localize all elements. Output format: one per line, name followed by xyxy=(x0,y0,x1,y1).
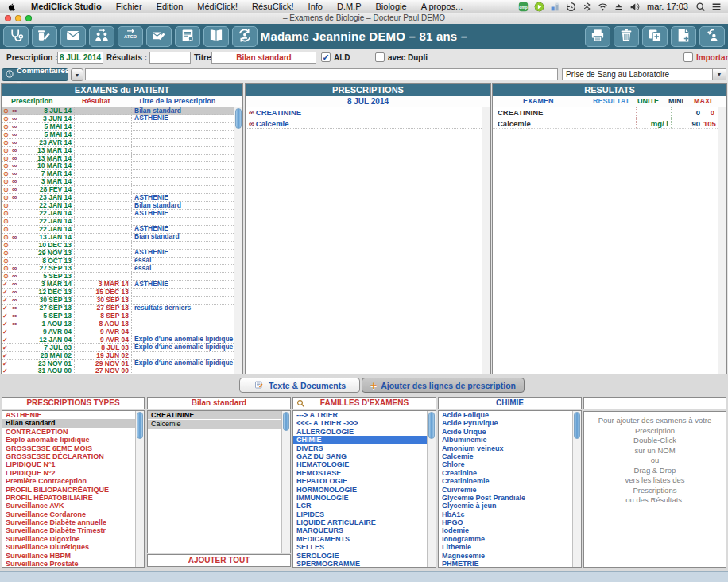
list-item[interactable]: Surveillance HBPM xyxy=(2,552,135,560)
list-item[interactable]: CHIMIE xyxy=(293,436,427,444)
table-row[interactable]: ⊙22 JAN 14 xyxy=(2,218,234,226)
list-item[interactable]: Ionogramme xyxy=(439,535,572,543)
col-titre[interactable]: Titre de la Prescription xyxy=(138,96,215,107)
list-item[interactable]: MEDICAMENTS xyxy=(293,535,427,543)
list-item[interactable]: GROSSESSE DÉCLARATION xyxy=(2,452,135,460)
list-item[interactable]: Albuminemie xyxy=(439,436,572,444)
table-row[interactable]: ⊙∞27 SEP 13essai xyxy=(2,265,234,273)
list-item[interactable]: Magnesemie xyxy=(439,552,572,560)
list-item[interactable]: Surveillance Digoxine xyxy=(2,535,135,543)
menu-item-biologie[interactable]: Biologie xyxy=(369,2,414,11)
list-item[interactable]: ---> A TRIER xyxy=(293,411,427,419)
chimie-scrollbar[interactable] xyxy=(572,411,581,567)
list-item[interactable]: Creatininemie xyxy=(439,477,572,485)
list-item[interactable]: DIVERS xyxy=(293,444,427,452)
prescriptions-scrollbar[interactable] xyxy=(482,107,490,374)
list-item[interactable]: GROSSESSE 6EME MOIS xyxy=(2,444,135,452)
list-item[interactable]: Glycemie à jeun xyxy=(439,502,572,510)
table-row[interactable]: ⊙∞23 JAN 14ASTHENIE xyxy=(2,194,234,202)
apple-menu-icon[interactable] xyxy=(7,2,16,12)
titre-field[interactable]: Bilan standard xyxy=(211,52,316,64)
list-item[interactable]: HPGO xyxy=(439,518,572,526)
list-item[interactable]: Glycemie Post Prandiale xyxy=(439,494,572,502)
list-item[interactable]: PHMETRIE xyxy=(439,560,572,568)
print-button[interactable] xyxy=(585,26,610,47)
prescription-date-field[interactable]: 8 JUL 2014 xyxy=(57,52,103,64)
list-item[interactable]: GAZ DU SANG xyxy=(293,452,427,460)
list-item[interactable]: Chlore xyxy=(439,460,572,468)
magnifier-icon[interactable] xyxy=(296,399,305,411)
list-item[interactable]: Surveillance Diabète Trimestr xyxy=(2,526,135,534)
examens-scrollbar[interactable] xyxy=(234,107,242,374)
list-item[interactable]: CONTRACEPTION xyxy=(2,428,135,436)
list-item[interactable]: SEROLOGIE xyxy=(293,552,427,560)
menubar-clock[interactable]: mar. 17:03 xyxy=(645,2,690,11)
col-unite[interactable]: UNITE xyxy=(637,96,659,107)
resultats-date-field[interactable] xyxy=(149,52,191,64)
list-item[interactable]: HEMATOLOGIE xyxy=(293,460,427,468)
col-resultat2[interactable]: RESULTAT xyxy=(593,96,629,107)
table-row[interactable]: ⊙∞8 JUL 14Bilan standard xyxy=(2,107,234,115)
menu-item-mediclick-studio[interactable]: MediClick Studio xyxy=(24,2,109,11)
list-item[interactable]: Cuivremie xyxy=(439,486,572,494)
table-row[interactable]: ⊙∞13 MAR 14 xyxy=(2,155,234,163)
comment-input[interactable] xyxy=(85,68,558,80)
list-item[interactable]: ∞CREATININE xyxy=(246,107,482,118)
list-item[interactable]: ALLERGOLOGIE xyxy=(293,428,427,436)
tab-ajouter-lignes[interactable]: + Ajouter des lignes de prescription xyxy=(362,378,525,393)
scrollbar-thumb[interactable] xyxy=(137,412,143,439)
scrollbar-thumb[interactable] xyxy=(574,412,580,439)
list-item[interactable]: Acide Folique xyxy=(439,411,572,419)
list-item[interactable]: HEPATOLOGIE xyxy=(293,477,427,485)
list-item[interactable]: IMMUNOLOGIE xyxy=(293,494,427,502)
list-item[interactable]: Explo anomalie lipidique xyxy=(2,436,135,444)
list-item[interactable]: LIPIDIQUE N°1 xyxy=(2,460,135,468)
menu-item-a-propos[interactable]: A propos... xyxy=(414,2,470,11)
list-item[interactable]: SPERMOGRAMME xyxy=(293,560,427,568)
list-item[interactable]: LIQUIDE ARTICULAIRE xyxy=(293,518,427,526)
resultats-scrollbar[interactable] xyxy=(718,107,726,374)
table-row[interactable]: ✓28 MAI 0219 JUN 02 xyxy=(2,352,234,360)
col-prescription[interactable]: Prescription xyxy=(11,96,53,107)
col-resultat[interactable]: Résultat xyxy=(82,96,110,107)
menu-item-m-diclick[interactable]: MédiClick! xyxy=(190,2,245,11)
avec-dupli-checkbox[interactable] xyxy=(375,52,385,62)
chevron-down-icon[interactable]: ▼ xyxy=(712,69,726,80)
table-row[interactable]: ⊙∞3 MAR 14 xyxy=(2,178,234,186)
import-results-button[interactable] xyxy=(699,26,725,47)
list-item[interactable]: CREATININE xyxy=(148,411,281,419)
pt-scrollbar[interactable] xyxy=(135,411,144,567)
table-row[interactable]: ⊙22 JAN 14Bilan standard xyxy=(2,202,234,210)
menu-item-d-m-p[interactable]: D.M.P xyxy=(330,2,369,11)
table-row[interactable]: ⊙22 JAN 14ASTHENIE xyxy=(2,210,234,218)
ajouter-tout-button[interactable]: AJOUTER TOUT xyxy=(147,554,291,567)
duplicate-prescription-button[interactable] xyxy=(642,26,668,47)
list-item[interactable]: ∞Calcemie xyxy=(246,118,482,130)
list-item[interactable]: Acide Pyruvique xyxy=(439,419,572,427)
table-row[interactable]: ⊙∞23 AVR 14 xyxy=(2,139,234,147)
list-item[interactable]: Acide Urique xyxy=(439,428,572,436)
list-item[interactable]: Première Contraception xyxy=(2,477,135,485)
commentaires-dropdown-button[interactable]: ▼ xyxy=(71,68,83,81)
list-item[interactable]: LCR xyxy=(293,502,427,510)
scrollbar-thumb[interactable] xyxy=(235,108,242,129)
table-row[interactable]: ✓31 AOU 0027 NOV 00 xyxy=(2,367,234,374)
commentaires-button[interactable]: Commentaires _ xyxy=(2,68,68,81)
col-maxi[interactable]: MAXI xyxy=(694,96,712,107)
list-item[interactable]: PROFIL BILIOPANCRÉATIQUE xyxy=(2,486,135,494)
list-item[interactable]: PROFIL HÉPATOBILIAIRE xyxy=(2,494,135,502)
col-examen[interactable]: EXAMEN xyxy=(523,96,554,107)
list-item[interactable]: Amonium veineux xyxy=(439,444,572,452)
bilan-scrollbar[interactable] xyxy=(281,411,290,553)
list-item[interactable]: Bilan standard xyxy=(2,419,135,427)
list-item[interactable]: Surveillance Diabète annuelle xyxy=(2,518,135,526)
menu-item-edition[interactable]: Edition xyxy=(149,2,191,11)
table-row[interactable]: ⊙29 NOV 13ASTHENIE xyxy=(2,250,234,258)
menu-item-fichier[interactable]: Fichier xyxy=(109,2,149,11)
new-prescription-button[interactable] xyxy=(671,26,696,47)
table-row[interactable]: ⊙∞13 MAR 14 xyxy=(2,147,234,155)
list-item[interactable]: Calcemie xyxy=(148,420,281,428)
list-item[interactable]: LIPIDES xyxy=(293,510,427,518)
prise-de-sang-dropdown[interactable]: Prise de Sang au Laboratoire ▼ xyxy=(562,68,726,80)
list-item[interactable]: <<<- A TRIER ->>> xyxy=(293,419,427,427)
